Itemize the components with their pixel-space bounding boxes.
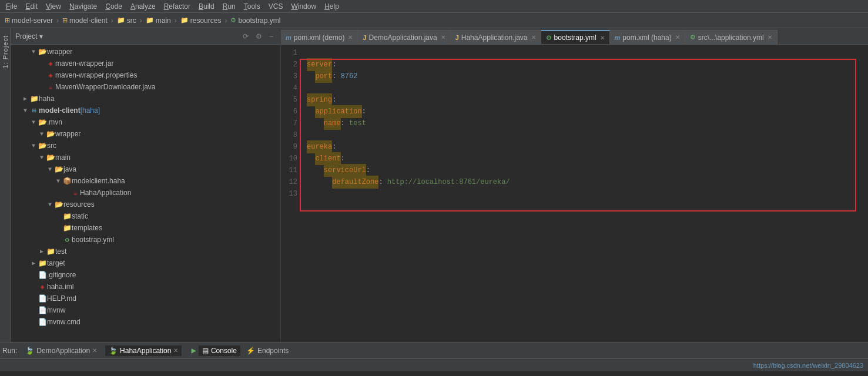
yaml-colon: : (378, 176, 383, 188)
tree-item-downloader[interactable]: ☕ MavenWrapperDownloader.java (11, 81, 280, 93)
tab-demo-application[interactable]: 🍃 DemoApplication ✕ (22, 345, 100, 356)
tree-label: mvnw.cmd (47, 318, 81, 326)
tree-item-test[interactable]: ▶ 📁 test (11, 246, 280, 257)
code-editor[interactable]: 1 2 3 4 5 6 7 8 9 10 11 12 13 (281, 45, 868, 342)
props-icon: ◈ (46, 71, 55, 80)
tree-item-wrapper2[interactable]: ▼ 📂 wrapper (11, 128, 280, 140)
tab-close-btn[interactable]: ✕ (348, 34, 353, 41)
tree-item-maven-props[interactable]: ◈ maven-wrapper.properties (11, 69, 280, 81)
folder-icon-static: 📁 (62, 212, 72, 221)
tab-close-btn[interactable]: ✕ (768, 34, 772, 41)
yaml-key: client (315, 152, 340, 165)
endpoints-tab[interactable]: ⚡ Endpoints (243, 345, 292, 356)
breadcrumb-label: model-server (12, 16, 53, 25)
tab-app-yml[interactable]: ⚙ src\...\application.yml ✕ (685, 30, 777, 44)
run-play-btn[interactable]: ▶ (191, 345, 196, 356)
tree-item-java[interactable]: ▼ 📂 java (11, 163, 280, 175)
tree-label: maven-wrapper.properties (55, 71, 137, 79)
breadcrumb-resources[interactable]: 📁 resources (180, 16, 222, 25)
tree-item-maven-jar[interactable]: ◈ maven-wrapper.jar (11, 58, 280, 69)
panel-gear-btn[interactable]: ⚙ (253, 31, 264, 42)
cmd-icon: 📄 (38, 318, 47, 327)
tree-label: target (47, 259, 65, 267)
panel-hide-btn[interactable]: − (267, 31, 276, 42)
tree-item-src[interactable]: ▼ 📂 src (11, 140, 280, 152)
folder-icon-templates: 📁 (62, 224, 72, 233)
tab-close-btn[interactable]: ✕ (441, 34, 445, 41)
tab-pom-demo[interactable]: m pom.xml (demo) ✕ (281, 30, 358, 44)
yaml-colon: : (332, 70, 336, 82)
menu-navigate[interactable]: Navigate (66, 1, 100, 12)
module-icon-2: ⊞ (62, 16, 68, 24)
tab-close-haha[interactable]: ✕ (173, 347, 178, 354)
tree-arrow: ▼ (38, 131, 46, 137)
console-tab[interactable]: ▤ Console (199, 345, 240, 356)
tree-arrow: ▼ (29, 119, 38, 126)
tree-arrow: ▼ (46, 166, 54, 173)
menu-vcs[interactable]: VCS (265, 1, 287, 12)
folder-icon-java: 📂 (54, 165, 63, 174)
tree-item-mvnw[interactable]: 📄 mvnw (11, 304, 280, 316)
menu-run[interactable]: Run (219, 1, 239, 12)
breadcrumb-model-client[interactable]: ⊞ model-client (62, 16, 108, 25)
yaml-key: spring (307, 93, 332, 106)
tree-item-templates[interactable]: 📁 templates (11, 222, 280, 234)
tree-item-haha[interactable]: ▶ 📁 haha (11, 93, 280, 105)
menu-help[interactable]: Help (321, 1, 343, 12)
tree-item-main[interactable]: ▼ 📂 main (11, 152, 280, 163)
menu-view[interactable]: View (42, 1, 65, 12)
tree-item-gitignore[interactable]: 📄 .gitignore (11, 269, 280, 281)
tree-item-model-client[interactable]: ▼ ⊞ model-client [haha] (11, 105, 280, 116)
tab-haha-application[interactable]: 🍃 HahaApplication ✕ (105, 345, 182, 356)
menu-edit[interactable]: Edit (22, 1, 41, 12)
endpoints-label: Endpoints (257, 347, 289, 355)
tab-demo-app[interactable]: J DemoApplication.java ✕ (358, 30, 450, 44)
menu-file[interactable]: File (2, 1, 21, 12)
tab-close-btn[interactable]: ✕ (531, 34, 536, 41)
tab-label: pom.xml (haha) (622, 33, 671, 42)
menu-tools[interactable]: Tools (240, 1, 264, 12)
menu-analyze[interactable]: Analyze (127, 1, 159, 12)
tree-label: wrapper (47, 48, 72, 56)
tree-item-mvnw-cmd[interactable]: 📄 mvnw.cmd (11, 316, 280, 328)
tree-item-mvn[interactable]: ▼ 📂 .mvn (11, 116, 280, 128)
endpoints-icon: ⚡ (246, 347, 255, 355)
breadcrumb-label-3: src (127, 16, 136, 25)
tab-bootstrap[interactable]: ⚙ bootstrap.yml ✕ (541, 30, 610, 44)
breadcrumb-src[interactable]: 📁 src (117, 16, 136, 25)
tree-label-templates: templates (72, 224, 102, 232)
menu-build[interactable]: Build (195, 1, 218, 12)
code-line-4 (307, 82, 863, 94)
breadcrumb-bootstrap[interactable]: ⚙ bootstrap.yml (230, 16, 280, 25)
tab-haha-app[interactable]: J HahaApplication.java ✕ (451, 30, 541, 44)
tab-pom-haha[interactable]: m pom.xml (haha) ✕ (610, 30, 685, 44)
mvnw-icon: 📄 (38, 306, 47, 315)
tab-close-demo[interactable]: ✕ (92, 347, 97, 354)
yaml-colon: : (366, 164, 370, 176)
tree-item-resources[interactable]: ▼ 📂 resources (11, 199, 280, 210)
status-url: https://blog.csdn.net/weixin_29804623 (753, 362, 863, 369)
tree-item-help[interactable]: 📄 HELP.md (11, 293, 280, 304)
gitignore-icon: 📄 (38, 271, 47, 280)
breadcrumb-model-server[interactable]: ⊞ model-server (5, 16, 53, 25)
tree-label: test (55, 247, 66, 256)
tree-item-target[interactable]: ▶ 📁 target (11, 257, 280, 269)
tree-item-wrapper[interactable]: ▼ 📂 wrapper (11, 46, 280, 58)
tree-item-pkg[interactable]: ▼ 📦 modelclient.haha (11, 175, 280, 187)
panel-sync-btn[interactable]: ⟳ (240, 31, 251, 42)
breadcrumb-main[interactable]: 📁 main (146, 16, 171, 25)
tree-label: .gitignore (47, 271, 76, 279)
tree-arrow: ▶ (21, 95, 29, 102)
tree-item-static[interactable]: 📁 static (11, 210, 280, 222)
tree-item-iml[interactable]: ◈ haha.iml (11, 281, 280, 293)
tree-item-bootstrap-yml[interactable]: ⚙ bootstrap.yml (11, 234, 280, 246)
tab-close-btn[interactable]: ✕ (675, 34, 680, 41)
yaml-colon: : (341, 153, 345, 164)
menu-refactor[interactable]: Refactor (160, 1, 194, 12)
menu-code[interactable]: Code (102, 1, 126, 12)
tab-close-btn[interactable]: ✕ (600, 35, 605, 41)
tree-item-hahaapp[interactable]: ☕ HahaApplication (11, 187, 280, 199)
menu-window[interactable]: Window (287, 1, 320, 12)
console-label: Console (211, 347, 237, 355)
tree-label: resources (63, 200, 95, 209)
